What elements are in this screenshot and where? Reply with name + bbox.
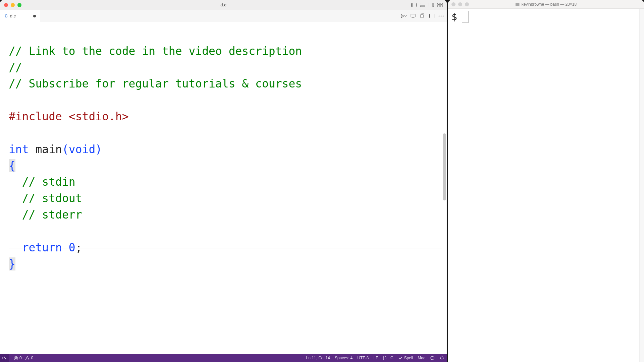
desktop: d.c C d.c [0,0,644,362]
terminal-body[interactable]: $ [448,9,644,362]
feedback-icon[interactable] [430,356,435,360]
tab-bar: C d.c [0,10,447,22]
warnings-count[interactable]: 0 [25,356,34,360]
code-comment: // stdout [9,192,82,205]
encoding-setting[interactable]: UTF-8 [357,356,369,360]
bell-icon[interactable] [439,356,444,360]
editor-titlebar[interactable]: d.c [0,0,447,10]
panel-right-icon[interactable] [428,2,435,8]
file-stack-icon[interactable] [419,13,425,19]
spell-check[interactable]: Spell [398,356,413,360]
code-comment: // Subscribe for regular tutorials & cou… [9,77,302,90]
more-actions-icon[interactable] [438,13,444,19]
error-icon [13,356,18,360]
vertical-scrollbar[interactable] [442,22,447,354]
svg-rect-1 [412,3,413,7]
language-mode[interactable]: { } C [383,356,393,360]
svg-rect-5 [432,3,434,7]
svg-rect-7 [440,3,443,5]
traffic-lights [0,3,21,7]
unsaved-dot-icon [33,15,36,17]
terminal-cursor [462,11,469,23]
eol-setting[interactable]: LF [373,356,378,360]
panel-bottom-icon[interactable] [419,2,426,8]
check-icon [398,356,403,360]
svg-rect-8 [438,5,440,7]
titlebar-layout-icons [411,2,443,8]
file-language-badge: C [5,14,8,18]
svg-rect-6 [438,3,440,5]
terminal-title: kevinbrowne — bash — 20×18 [516,2,577,7]
terminal-scrollbar[interactable] [639,9,644,362]
code-comment: // [9,61,22,74]
terminal-titlebar[interactable]: kevinbrowne — bash — 20×18 [448,0,644,9]
code-comment: // Link to the code in the video descrip… [9,45,302,58]
svg-point-17 [441,15,442,16]
close-window-button[interactable] [451,2,455,6]
svg-point-18 [443,15,444,16]
errors-count[interactable]: 0 [13,356,22,360]
status-bar: 0 0 Ln 11, Col 14 Spaces: 4 UTF-8 LF { }… [0,354,447,362]
minimize-window-button[interactable] [458,2,462,6]
editor-actions [400,10,444,22]
indentation-setting[interactable]: Spaces: 4 [335,356,353,360]
panel-left-icon[interactable] [411,2,417,8]
layout-grid-icon[interactable] [437,2,443,8]
remote-indicator[interactable] [0,354,9,362]
svg-rect-11 [412,18,414,18]
code-comment: // stdin [9,175,75,188]
code-brace: } [9,257,15,270]
code-line: return 0; [9,241,82,254]
warning-icon [25,356,30,360]
svg-rect-3 [420,5,425,7]
svg-rect-13 [421,14,423,18]
split-editor-icon[interactable] [429,13,435,19]
svg-rect-9 [440,5,443,7]
code-line: int main(void) [9,143,102,156]
os-indicator[interactable]: Mac [418,356,425,360]
close-window-button[interactable] [4,3,8,7]
traffic-lights [448,2,469,6]
window-title: d.c [220,2,226,7]
tab-d-c[interactable]: C d.c [0,10,40,22]
terminal-prompt-line: $ [451,11,641,23]
terminal-window: kevinbrowne — bash — 20×18 $ [448,0,644,362]
terminal-prompt: $ [451,11,457,22]
tab-filename: d.c [10,13,16,18]
svg-point-20 [431,356,434,360]
run-play-icon[interactable] [400,13,407,19]
device-icon[interactable] [410,13,416,19]
folder-icon [516,3,520,6]
zoom-window-button[interactable] [17,3,21,7]
cursor-position[interactable]: Ln 11, Col 14 [306,356,330,360]
editor-window: d.c C d.c [0,0,447,362]
zoom-window-button[interactable] [465,2,469,6]
code-comment: // stderr [9,208,82,221]
scroll-thumb[interactable] [443,133,446,200]
svg-rect-10 [411,14,415,17]
code-preprocessor: #include <stdio.h> [9,110,129,123]
editor-body: // Link to the code in the video descrip… [0,22,447,354]
svg-point-16 [439,15,440,16]
minimize-window-button[interactable] [11,3,15,7]
code-editor[interactable]: // Link to the code in the video descrip… [0,22,442,354]
code-brace: { [9,159,15,172]
